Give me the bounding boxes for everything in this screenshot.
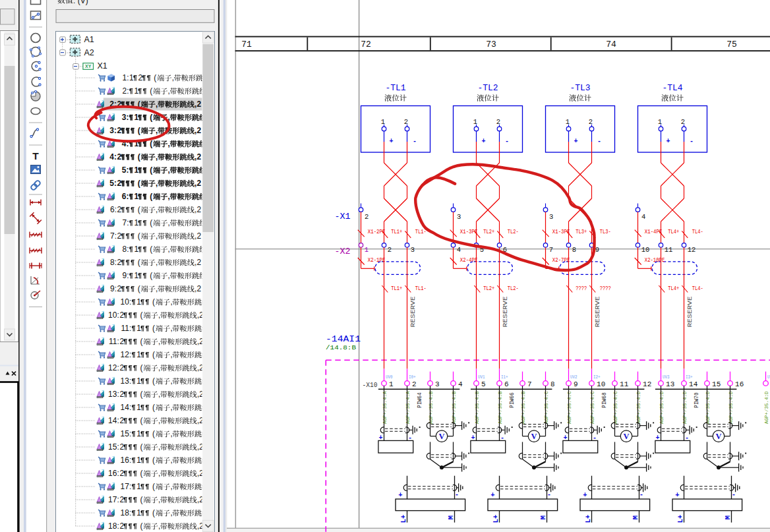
svg-text:,: ,	[158, 363, 160, 372]
svg-text:M: M	[539, 516, 547, 519]
svg-text:-TL1: -TL1	[386, 83, 406, 93]
svg-text:AGP+/35.4:C: AGP+/35.4:C	[543, 391, 549, 424]
svg-text:X2-1PE: X2-1PE	[368, 257, 386, 264]
svg-text:16: 16	[735, 380, 744, 388]
svg-text:2: 2	[119, 495, 124, 504]
svg-text:(: (	[150, 165, 152, 175]
svg-text:TL2+: TL2+	[483, 285, 494, 292]
svg-text:AGP+/35.4:D: AGP+/35.4:D	[682, 391, 688, 424]
svg-text:,: ,	[158, 416, 160, 425]
svg-text:17:: 17:	[121, 482, 132, 491]
svg-text:+: +	[389, 138, 393, 145]
svg-text:I0+: I0+	[409, 375, 416, 380]
svg-text:PIW68: PIW68	[601, 392, 608, 408]
svg-text:(: (	[140, 495, 143, 504]
svg-text:(: (	[152, 456, 155, 465]
svg-text:L+: L+	[400, 515, 407, 523]
svg-text:RESERVE: RESERVE	[686, 296, 694, 327]
svg-text:1: 1	[136, 376, 141, 386]
svg-text:AGP+/35.4:D: AGP+/35.4:D	[636, 391, 641, 424]
svg-text:X1: X1	[98, 61, 107, 71]
svg-text:L+: L+	[492, 515, 500, 523]
svg-text:7:: 7:	[122, 218, 129, 227]
svg-text:AGP+/35.4:B: AGP+/35.4:B	[428, 391, 434, 424]
svg-text:2: 2	[119, 390, 124, 399]
svg-text:,2: ,2	[194, 258, 201, 267]
svg-text:8:: 8:	[110, 258, 117, 267]
svg-text:-: -	[455, 490, 459, 498]
svg-text:1: 1	[136, 297, 141, 307]
svg-text:15:: 15:	[121, 429, 132, 438]
svg-text:12: 12	[688, 246, 696, 254]
svg-text:PIW70: PIW70	[694, 392, 700, 408]
svg-text:+: +	[675, 491, 679, 499]
svg-text:12:: 12:	[121, 350, 132, 359]
svg-text:7: 7	[527, 380, 532, 388]
svg-text:13:: 13:	[121, 376, 132, 386]
svg-text:(: (	[140, 310, 143, 320]
svg-text:(: (	[138, 126, 140, 135]
svg-text:6: 6	[504, 380, 509, 388]
svg-text:(: (	[140, 469, 143, 478]
svg-text:-TL2: -TL2	[478, 83, 498, 93]
svg-text:,: ,	[170, 403, 172, 412]
svg-text:,: ,	[168, 86, 170, 96]
svg-text:X1-4PE: X1-4PE	[645, 229, 663, 235]
svg-text:,: ,	[168, 139, 170, 148]
svg-text:-X10: -X10	[363, 381, 378, 389]
svg-text:,: ,	[156, 126, 158, 135]
svg-text:V: V	[531, 432, 537, 441]
svg-text:2: 2	[589, 118, 593, 126]
svg-text:9: 9	[595, 246, 599, 254]
svg-text:,: ,	[158, 521, 160, 531]
svg-text:2: 2	[117, 126, 122, 135]
svg-text:,: ,	[156, 179, 158, 188]
svg-text:(: (	[138, 231, 140, 241]
svg-text:1: 1	[136, 324, 141, 333]
svg-text:5:: 5:	[109, 179, 117, 188]
svg-text:TL4-: TL4-	[692, 229, 703, 235]
svg-text:11: 11	[665, 246, 673, 254]
svg-text:,: ,	[170, 482, 172, 491]
svg-text:(: (	[150, 271, 152, 280]
svg-text:2: 2	[117, 152, 122, 162]
svg-text:,: ,	[156, 231, 158, 241]
svg-text:,: ,	[158, 442, 160, 452]
svg-text:(: (	[150, 245, 152, 254]
svg-text:1: 1	[136, 429, 141, 438]
svg-text:4: 4	[457, 246, 461, 254]
svg-text:2: 2	[119, 337, 124, 346]
svg-text:(: (	[140, 337, 143, 346]
svg-text:(: (	[152, 376, 155, 386]
svg-text:10: 10	[597, 380, 605, 388]
svg-text:-: -	[732, 490, 736, 498]
svg-text:????: ????	[600, 285, 611, 292]
svg-text:TL4+: TL4+	[668, 285, 679, 292]
svg-text:,2: ,2	[194, 100, 201, 109]
svg-text:5: 5	[481, 380, 486, 388]
svg-text:AGP+/35.4:D: AGP+/35.4:D	[659, 391, 665, 424]
svg-text:X2-10PE: X2-10PE	[645, 257, 665, 264]
svg-text:-: -	[639, 490, 643, 498]
svg-text:73: 73	[486, 40, 496, 49]
svg-text:14:: 14:	[121, 403, 132, 412]
svg-text:1: 1	[381, 118, 385, 126]
svg-text:18:: 18:	[108, 521, 119, 531]
svg-text:4: 4	[641, 213, 645, 221]
svg-text:PIW64: PIW64	[417, 392, 423, 408]
svg-text:TL1-: TL1-	[415, 229, 427, 235]
svg-text:-: -	[547, 490, 551, 498]
svg-text:,: ,	[158, 495, 160, 504]
svg-text:AGP+/35.4:D: AGP+/35.4:D	[763, 391, 769, 424]
svg-text:AGP+/35.4:C: AGP+/35.4:C	[612, 391, 618, 424]
svg-text:9:: 9:	[110, 284, 117, 293]
svg-text:(: (	[152, 324, 155, 333]
svg-text:RESERVE: RESERVE	[409, 296, 417, 327]
svg-text:RESERVE: RESERVE	[594, 296, 601, 327]
svg-text:AGP+/35.4:A: AGP+/35.4:A	[405, 391, 411, 424]
svg-text:4:: 4:	[109, 152, 117, 162]
svg-text:UV0: UV0	[386, 375, 393, 380]
svg-text:M: M	[724, 516, 732, 519]
svg-text:2: 2	[388, 246, 392, 254]
svg-text:(: (	[138, 152, 140, 162]
